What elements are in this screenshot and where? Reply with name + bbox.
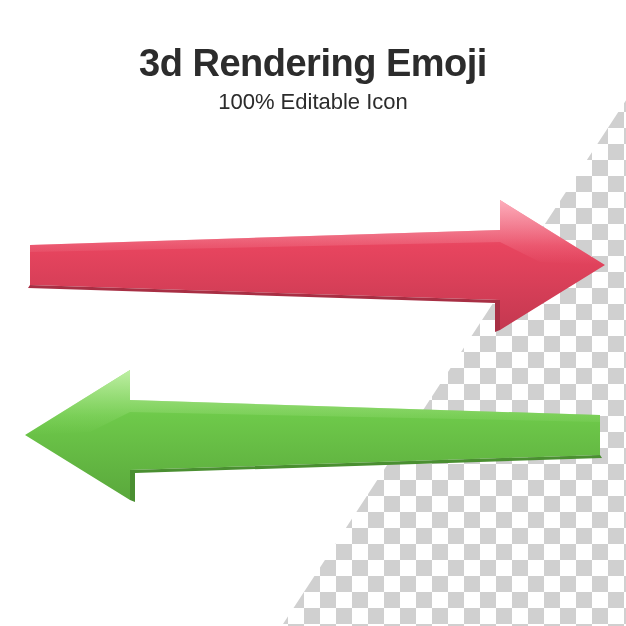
subtitle-text: 100% Editable Icon xyxy=(0,89,626,115)
title-text: 3d Rendering Emoji xyxy=(0,42,626,85)
red-arrow-right-icon xyxy=(20,190,610,340)
arrows-graphic xyxy=(0,170,626,550)
green-arrow-left-icon xyxy=(20,360,610,510)
header: 3d Rendering Emoji 100% Editable Icon xyxy=(0,42,626,115)
